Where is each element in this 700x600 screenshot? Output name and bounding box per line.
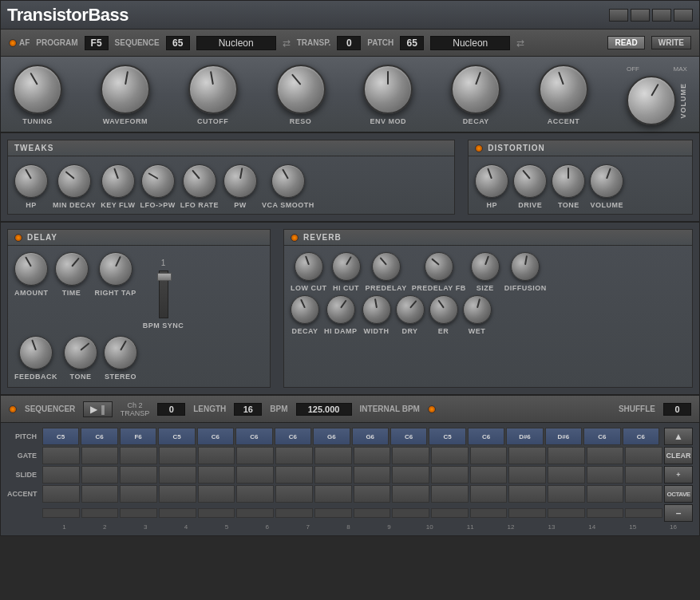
accent-cell-6[interactable]	[236, 485, 274, 503]
gate-cell-12[interactable]	[470, 447, 508, 464]
accent-cell-2[interactable]	[81, 485, 119, 503]
internal-bpm-led[interactable]	[428, 405, 436, 413]
accent-cell-11[interactable]	[431, 485, 469, 503]
slide-cell-4[interactable]	[159, 466, 196, 484]
tile-button[interactable]	[652, 9, 671, 22]
cutoff-knob[interactable]	[188, 65, 238, 114]
key-flw-knob[interactable]	[101, 164, 135, 198]
dry-knob[interactable]	[396, 295, 425, 324]
hi-damp-knob[interactable]	[326, 295, 355, 324]
bpm-sync-slider[interactable]	[159, 270, 168, 318]
volume-knob[interactable]	[627, 76, 676, 125]
sequence-name-display[interactable]: Nucleon	[196, 36, 276, 50]
reverb-led[interactable]	[291, 234, 299, 242]
hp-tweak-knob[interactable]	[14, 164, 48, 198]
gate-cell-5[interactable]	[198, 447, 235, 464]
er-knob[interactable]	[429, 295, 458, 324]
pitch-cell-13[interactable]: D#6	[506, 428, 543, 445]
slide-cell-2[interactable]	[81, 466, 119, 484]
accent-cell-14[interactable]	[548, 485, 585, 503]
octave-plus-button[interactable]: +	[664, 466, 693, 484]
reso-knob[interactable]	[276, 65, 326, 114]
gate-cell-10[interactable]	[392, 447, 429, 464]
bpm-display[interactable]: 125.000	[296, 403, 352, 416]
pitch-cell-15[interactable]: C6	[583, 428, 620, 445]
pitch-cell-16[interactable]: C6	[623, 428, 659, 445]
gate-cell-1[interactable]	[42, 447, 80, 464]
reverb-decay-knob[interactable]	[291, 295, 319, 324]
accent-knob[interactable]	[539, 65, 588, 114]
play-pause-button[interactable]: ▶ ‖	[83, 401, 112, 417]
pw-knob[interactable]	[223, 164, 257, 198]
reverb-hicut-knob[interactable]	[332, 252, 361, 281]
drive-knob[interactable]	[513, 164, 547, 198]
pitch-cell-11[interactable]: C5	[429, 428, 465, 445]
pitch-cell-12[interactable]: C6	[468, 428, 504, 445]
accent-cell-3[interactable]	[120, 485, 157, 503]
pitch-cell-3[interactable]: F6	[120, 428, 156, 445]
ch2-transp-display[interactable]: 0	[157, 403, 185, 416]
octave-up-button[interactable]: ▲	[664, 428, 693, 445]
accent-cell-16[interactable]	[625, 485, 662, 503]
vca-smooth-knob[interactable]	[271, 164, 305, 198]
dist-volume-knob[interactable]	[590, 164, 623, 198]
slide-cell-1[interactable]	[42, 466, 80, 484]
slide-cell-10[interactable]	[392, 466, 429, 484]
sequence-share-icon[interactable]: ⇄	[283, 38, 291, 49]
delay-amount-knob[interactable]	[14, 252, 48, 286]
gate-cell-7[interactable]	[275, 447, 313, 464]
gate-cell-6[interactable]	[236, 447, 274, 464]
reverb-lowcut-knob[interactable]	[295, 252, 323, 281]
lfo-rate-knob[interactable]	[183, 164, 216, 198]
pitch-cell-9[interactable]: G6	[352, 428, 389, 445]
patch-number-display[interactable]: 65	[400, 36, 424, 50]
pitch-cell-14[interactable]: D#6	[545, 428, 582, 445]
slide-cell-11[interactable]	[431, 466, 469, 484]
distortion-led[interactable]	[475, 144, 483, 152]
accent-cell-15[interactable]	[587, 485, 624, 503]
accent-cell-5[interactable]	[198, 485, 235, 503]
accent-cell-9[interactable]	[354, 485, 391, 503]
accent-cell-12[interactable]	[470, 485, 508, 503]
pitch-cell-10[interactable]: C6	[390, 428, 427, 445]
accent-cell-4[interactable]	[159, 485, 196, 503]
octave-down-button[interactable]: –	[664, 504, 693, 522]
gate-cell-14[interactable]	[548, 447, 585, 464]
slide-cell-12[interactable]	[470, 466, 508, 484]
predelay-knob[interactable]	[372, 252, 401, 281]
gate-cell-11[interactable]	[431, 447, 469, 464]
length-display[interactable]: 16	[234, 403, 262, 416]
pitch-cell-2[interactable]: C6	[81, 428, 117, 445]
dist-tone-knob[interactable]	[552, 164, 585, 198]
pitch-cell-4[interactable]: C5	[158, 428, 195, 445]
decay-knob[interactable]	[451, 65, 500, 114]
env-mod-knob[interactable]	[363, 65, 413, 114]
diffusion-knob[interactable]	[511, 252, 540, 281]
slide-cell-3[interactable]	[120, 466, 157, 484]
patch-name-display[interactable]: Nucleon	[430, 36, 510, 50]
shuffle-display[interactable]: 0	[663, 403, 691, 416]
slide-cell-14[interactable]	[548, 466, 585, 484]
transp-display[interactable]: 0	[337, 36, 361, 50]
min-decay-knob[interactable]	[57, 164, 91, 198]
maximize-button[interactable]	[631, 9, 650, 22]
slide-cell-13[interactable]	[508, 466, 546, 484]
accent-cell-13[interactable]	[508, 485, 546, 503]
delay-time-knob[interactable]	[55, 252, 89, 286]
gate-cell-2[interactable]	[81, 447, 119, 464]
dist-hp-knob[interactable]	[475, 164, 508, 198]
patch-share-icon[interactable]: ⇄	[516, 38, 524, 49]
gate-cell-3[interactable]	[120, 447, 157, 464]
gate-cell-9[interactable]	[354, 447, 391, 464]
gate-cell-15[interactable]	[587, 447, 624, 464]
accent-cell-7[interactable]	[275, 485, 313, 503]
slide-cell-16[interactable]	[625, 466, 662, 484]
slide-cell-6[interactable]	[236, 466, 274, 484]
stereo-knob[interactable]	[104, 336, 137, 369]
tuning-knob[interactable]	[13, 65, 62, 114]
gate-cell-4[interactable]	[159, 447, 196, 464]
clear-button[interactable]: CLEAR	[664, 447, 693, 464]
lfo-pw-knob[interactable]	[141, 164, 175, 198]
pitch-cell-8[interactable]: G6	[313, 428, 350, 445]
sequencer-led[interactable]	[9, 405, 17, 413]
